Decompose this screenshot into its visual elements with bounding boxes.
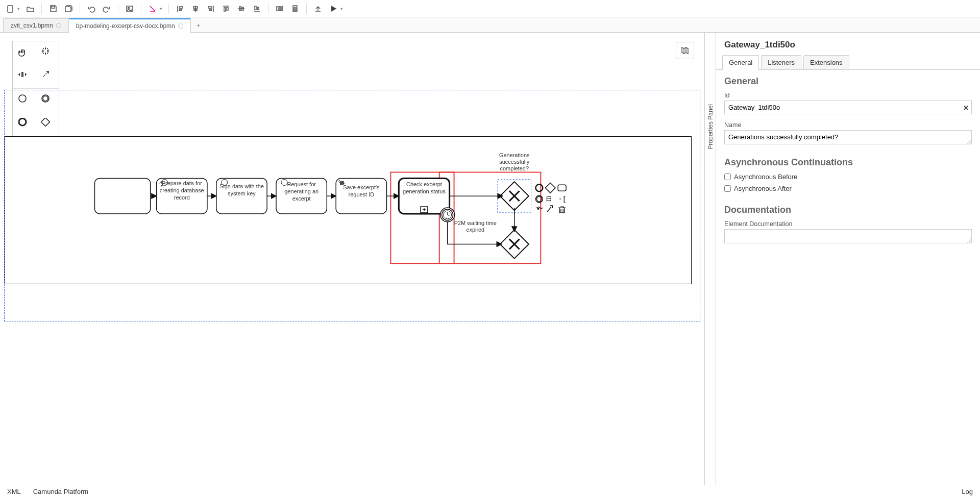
status-bar: XML Camunda Platform Log (0, 485, 980, 498)
properties-tab-extensions[interactable]: Extensions (803, 55, 849, 70)
toolbar-separator (118, 4, 118, 14)
svg-point-44 (537, 208, 539, 210)
open-file-button[interactable] (23, 2, 37, 16)
tab-close-icon[interactable] (178, 23, 183, 29)
tab-inactive[interactable]: zvit_csv1.bpmn (3, 18, 69, 32)
new-file-button[interactable] (3, 2, 17, 16)
id-label: Id (724, 92, 972, 99)
async-before-label: Asynchronous Before (734, 173, 797, 181)
tab-label: zvit_csv1.bpmn (11, 22, 53, 29)
distribute-v-button[interactable] (288, 2, 302, 16)
svg-rect-22 (94, 178, 150, 214)
timer-label: P2M waiting time expired (453, 220, 498, 233)
color-dropdown[interactable]: ▾ (160, 6, 162, 11)
task-save[interactable]: Save excerpt's request ID (336, 178, 386, 214)
save-all-button[interactable] (61, 2, 76, 16)
connect-tool[interactable] (36, 65, 59, 88)
ctx-text-annotation[interactable]: ·[ (558, 195, 567, 203)
redo-button[interactable] (100, 2, 114, 16)
run-dropdown[interactable]: ▾ (340, 6, 343, 11)
name-label: Name (724, 121, 972, 129)
properties-tab-listeners[interactable]: Listeners (761, 55, 801, 70)
properties-panel-label: Properties Panel (707, 104, 714, 150)
svg-rect-9 (293, 11, 297, 12)
align-top-button[interactable] (219, 2, 233, 16)
properties-panel-toggle[interactable]: Properties Panel (705, 33, 716, 485)
name-input[interactable] (724, 130, 972, 144)
new-file-dropdown[interactable]: ▾ (17, 6, 20, 11)
async-after-checkbox[interactable] (724, 185, 731, 192)
toolbar-separator (168, 4, 169, 14)
svg-rect-0 (8, 6, 13, 12)
ctx-delete[interactable] (558, 207, 566, 213)
hand-tool[interactable] (13, 41, 36, 65)
image-export-button[interactable] (122, 2, 137, 16)
properties-tab-general[interactable]: General (722, 55, 759, 70)
undo-button[interactable] (84, 2, 99, 16)
svg-rect-4 (277, 7, 278, 11)
async-before-checkbox[interactable] (724, 173, 731, 180)
color-fill-button[interactable] (145, 2, 160, 16)
svg-rect-8 (293, 8, 297, 10)
ctx-end-event[interactable] (535, 184, 543, 191)
distribute-h-button[interactable] (273, 2, 287, 16)
svg-rect-1 (52, 6, 55, 8)
editor-tabbar: zvit_csv1.bpmn bp-modeling-excerpt-csv-d… (0, 17, 980, 33)
async-after-label: Asynchronous After (734, 185, 792, 192)
status-xml[interactable]: XML (7, 488, 21, 495)
align-center-h-button[interactable] (188, 2, 203, 16)
tab-label: bp-modeling-excerpt-csv-docx.bpmn (76, 22, 175, 30)
call-activity-check[interactable]: Check excerpt generation status (399, 178, 449, 214)
id-input[interactable] (724, 101, 972, 114)
clear-id-icon[interactable]: ✕ (963, 104, 969, 111)
save-button[interactable] (46, 2, 60, 16)
svg-rect-5 (279, 7, 281, 11)
bpmn-pool[interactable]: Prepare data for creating database recor… (5, 136, 692, 284)
participant-selection: Prepare data for creating database recor… (4, 90, 700, 321)
gateway-merge[interactable] (500, 230, 529, 258)
task-prepare[interactable]: Prepare data for creating database recor… (157, 178, 207, 214)
align-left-button[interactable] (173, 2, 187, 16)
doc-input[interactable] (724, 229, 972, 243)
section-general-heading: General (716, 70, 980, 90)
toolbar-separator (268, 4, 268, 14)
properties-tabs: General Listeners Extensions (716, 55, 980, 70)
space-tool[interactable] (13, 65, 36, 88)
svg-rect-7 (293, 6, 297, 7)
toolbar-separator (306, 4, 307, 14)
toolbar-separator (41, 4, 42, 14)
task-sign[interactable]: Sign data with the system key (216, 178, 267, 214)
gateway-label: Generations successfully completed? (490, 152, 538, 172)
svg-rect-6 (282, 7, 283, 11)
section-doc-heading: Documentation (716, 198, 980, 218)
tab-active[interactable]: bp-modeling-excerpt-csv-docx.bpmn (68, 18, 191, 33)
deploy-button[interactable] (311, 2, 325, 16)
toolbar-separator (141, 4, 141, 14)
tab-add-button[interactable]: + (190, 18, 207, 32)
align-center-v-button[interactable] (234, 2, 249, 16)
ctx-task[interactable] (558, 185, 566, 191)
lasso-tool[interactable] (36, 41, 59, 65)
main-toolbar: ▾ ▾ ▾ (0, 0, 980, 17)
align-bottom-button[interactable] (250, 2, 264, 16)
diagram-canvas[interactable]: Prepare data for creating database recor… (0, 33, 704, 485)
align-right-button[interactable] (204, 2, 218, 16)
tab-close-icon[interactable] (56, 23, 61, 28)
ctx-annotation[interactable] (547, 196, 551, 202)
status-platform[interactable]: Camunda Platform (33, 488, 88, 495)
properties-title: Gateway_1tdi50o (716, 33, 980, 55)
toolbar-separator (80, 4, 80, 14)
ctx-gateway[interactable] (545, 183, 555, 193)
minimap-toggle[interactable] (676, 42, 694, 59)
run-button[interactable] (326, 2, 340, 16)
ctx-connect[interactable] (547, 206, 552, 212)
doc-label: Element Documentation (724, 220, 972, 228)
status-log[interactable]: Log (962, 488, 973, 495)
section-async-heading: Asynchronous Continuations (716, 151, 980, 171)
properties-panel: Properties Panel Gateway_1tdi50o General… (704, 33, 980, 485)
task-request[interactable]: Request for generating an excerpt (276, 178, 327, 214)
